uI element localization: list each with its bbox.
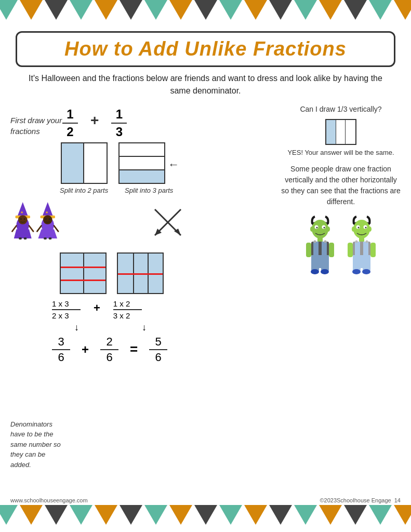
svg-marker-6 (14, 229, 32, 238)
grid-box-third (117, 252, 164, 294)
svg-point-33 (324, 227, 325, 228)
grid-box-half (60, 252, 107, 294)
third-top (120, 143, 164, 157)
title-box: How to Add Unlike Fractions (16, 31, 395, 67)
half-visual-box (61, 142, 108, 184)
half-box-item: Split into 2 parts (60, 142, 108, 194)
bunting-triangle (95, 505, 117, 525)
third-mid (120, 157, 164, 170)
split3-label: Split into 3 parts (125, 187, 173, 194)
svg-point-4 (20, 218, 22, 220)
mult-frac-2: 1 x 2 3 x 2 (113, 299, 142, 320)
bunting-triangle (20, 0, 43, 20)
top-bunting (0, 0, 411, 27)
fraction-line (62, 123, 78, 124)
svg-point-68 (355, 240, 358, 243)
svg-point-55 (352, 227, 355, 232)
bunting-triangle (219, 505, 242, 525)
bunting-triangle (194, 505, 217, 525)
split2-label: Split into 2 parts (60, 187, 108, 194)
bunting-triangle (344, 505, 367, 525)
bunting-triangle (294, 0, 317, 20)
bunting-triangle (45, 0, 68, 20)
svg-text:★: ★ (20, 210, 23, 214)
svg-point-17 (48, 218, 50, 220)
svg-point-29 (312, 220, 328, 238)
svg-rect-36 (317, 237, 323, 242)
svg-point-48 (324, 240, 327, 243)
svg-rect-66 (348, 243, 353, 257)
left-arrow: ← (168, 158, 179, 171)
bunting-triangle (269, 0, 292, 20)
fraction-line (111, 123, 127, 124)
mult-frac-1: 1 x 3 2 x 3 (52, 299, 81, 320)
svg-point-64 (352, 269, 361, 274)
zombie-figure-1 (302, 212, 338, 275)
svg-point-15 (43, 215, 52, 224)
bunting-triangle (20, 505, 43, 525)
bunting-triangle (169, 505, 192, 525)
third-bottom (120, 170, 164, 183)
yes-answer-text: YES! Your answer will be the same. (281, 148, 401, 157)
bunting-triangle (120, 505, 142, 525)
half-left (62, 143, 84, 183)
footer-right: ©2023Schoolhouse Engage 14 (320, 497, 401, 503)
cross-arrows (142, 204, 194, 241)
bunting-triangle (45, 505, 68, 525)
fraction-1-3: 1 3 (111, 107, 127, 139)
svg-point-34 (310, 227, 313, 232)
svg-line-9 (12, 226, 16, 232)
bunting-triangle (394, 0, 412, 20)
svg-point-5 (24, 218, 25, 220)
svg-rect-19 (44, 237, 46, 240)
bunting-triangle (95, 0, 117, 20)
subtitle-text: It's Halloween and the fractions below a… (21, 72, 390, 97)
bunting-triangle (244, 0, 267, 20)
can-i-draw-text: Can I draw 1/3 vertically? (281, 104, 401, 115)
svg-rect-60 (363, 242, 368, 256)
bunting-triangle (369, 505, 392, 525)
final-frac: 5 6 (149, 335, 167, 364)
svg-rect-59 (355, 242, 360, 256)
first-draw-label: First draw your fractions (10, 115, 62, 137)
svg-rect-46 (329, 243, 334, 257)
bunting-triangle (70, 0, 92, 20)
witch-figure-1: ★ (10, 191, 35, 248)
third-visual-box (118, 142, 165, 184)
svg-rect-67 (370, 243, 376, 257)
svg-point-44 (321, 269, 329, 274)
bunting-triangle (0, 0, 18, 20)
bunting-triangle (120, 0, 142, 20)
bunting-triangle (144, 505, 167, 525)
bunting-triangle (0, 505, 18, 525)
svg-rect-38 (313, 242, 319, 256)
svg-point-69 (366, 240, 368, 243)
some-people-text: Some people draw one fraction vertically… (281, 164, 401, 207)
witch-figure-2: ★ (35, 191, 60, 248)
svg-point-53 (358, 227, 360, 228)
third-box-item: ← Split into 3 parts (118, 142, 179, 194)
bunting-triangle (169, 0, 192, 20)
svg-point-16 (45, 218, 47, 220)
bunting-triangle (394, 505, 412, 525)
svg-marker-18 (38, 229, 57, 238)
bunting-triangle (319, 0, 342, 20)
arrow-down-1: ↓ (62, 322, 91, 333)
svg-rect-45 (306, 243, 311, 257)
small-third-visual (325, 119, 356, 145)
half-right (84, 143, 107, 183)
svg-rect-39 (322, 242, 327, 256)
svg-point-56 (368, 227, 372, 232)
svg-point-35 (327, 227, 330, 232)
svg-line-22 (54, 226, 58, 232)
zombies-area (281, 212, 401, 275)
svg-rect-8 (24, 237, 26, 240)
svg-point-43 (311, 269, 319, 274)
svg-point-65 (362, 269, 370, 274)
bottom-bunting (0, 505, 411, 532)
svg-point-32 (316, 227, 318, 228)
equals-sign: = (130, 341, 138, 357)
plus-sign-2: + (94, 301, 100, 315)
svg-rect-57 (359, 237, 364, 242)
svg-line-21 (37, 226, 41, 232)
